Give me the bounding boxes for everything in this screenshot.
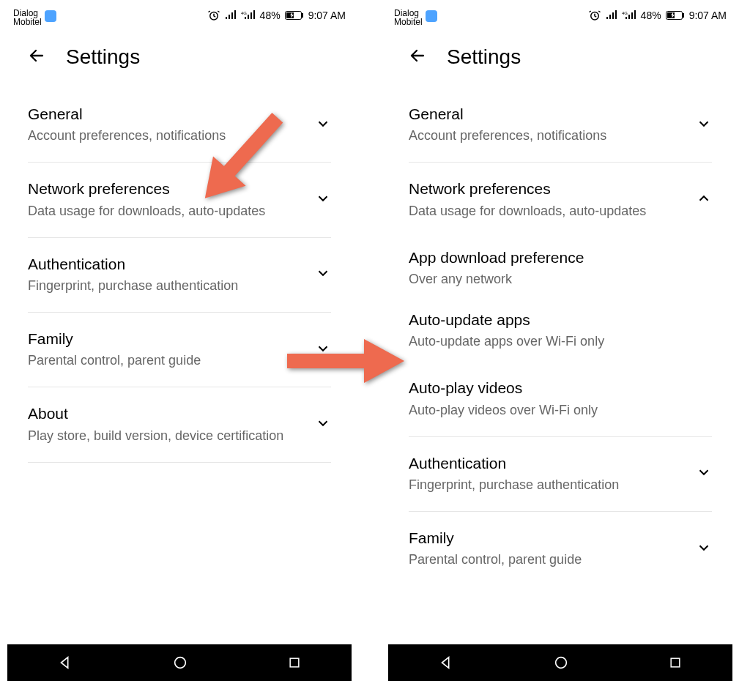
item-sub: Data usage for downloads, auto-updates [409, 201, 684, 221]
page-title: Settings [66, 45, 140, 69]
nav-recent-icon[interactable] [668, 655, 683, 670]
carrier-2: Mobitel [394, 18, 423, 26]
battery-pct: 48% [260, 10, 281, 21]
svg-line-14 [227, 118, 278, 174]
signal2-icon: 4G [622, 10, 636, 21]
chevron-down-icon [696, 540, 712, 559]
item-auto-update-apps[interactable]: Auto-update apps Auto-update apps over W… [409, 299, 712, 362]
item-family[interactable]: Family Parental control, parent guide [409, 512, 712, 586]
phone-right: Dialog Mobitel 4G 48% [388, 9, 732, 681]
statusbar: Dialog Mobitel 4G 48% [7, 9, 352, 32]
item-sub: Auto-update apps over Wi-Fi only [409, 332, 712, 351]
chevron-down-icon [315, 116, 331, 135]
nav-recent-icon[interactable] [287, 655, 302, 670]
svg-point-5 [175, 658, 186, 669]
statusbar: Dialog Mobitel 4G 48% [388, 9, 732, 32]
item-title: Family [409, 528, 684, 548]
item-title: About [28, 403, 303, 424]
item-title: Auto-update apps [409, 310, 712, 330]
svg-rect-3 [302, 13, 303, 18]
app-indicator-icon [426, 10, 437, 22]
item-title: Authentication [409, 453, 684, 474]
svg-point-12 [556, 658, 567, 669]
battery-pct: 48% [641, 10, 661, 21]
settings-list: General Account preferences, notificatio… [388, 88, 732, 644]
battery-icon [285, 10, 304, 21]
chevron-down-icon [315, 190, 331, 209]
annotation-arrow-2 [280, 328, 412, 394]
item-sub: Over any network [409, 269, 712, 289]
item-sub: Parental control, parent guide [28, 351, 303, 371]
chevron-down-icon [315, 415, 331, 434]
svg-rect-13 [671, 658, 680, 667]
signal-icon [225, 10, 237, 21]
chevron-down-icon [315, 265, 331, 284]
item-auto-play-videos[interactable]: Auto-play videos Auto-play videos over W… [409, 362, 712, 436]
item-title: Network preferences [409, 179, 684, 199]
clock: 9:07 AM [308, 10, 346, 21]
navbar [388, 644, 732, 681]
navbar [7, 644, 352, 681]
appbar: Settings [388, 32, 732, 88]
item-title: Family [28, 329, 303, 349]
item-title: Auto-play videos [409, 378, 712, 398]
annotation-arrow-1 [179, 95, 304, 220]
item-network-preferences[interactable]: Network preferences Data usage for downl… [409, 163, 712, 237]
item-sub: Parental control, parent guide [409, 550, 684, 570]
alarm-icon [207, 9, 220, 22]
item-title: App download preference [409, 247, 712, 268]
svg-rect-6 [290, 658, 299, 667]
signal-icon [606, 10, 617, 21]
item-sub: Fingerprint, purchase authentication [409, 475, 684, 495]
svg-marker-17 [364, 339, 404, 383]
item-sub: Auto-play videos over Wi-Fi only [409, 401, 712, 420]
chevron-down-icon [696, 464, 712, 483]
item-general[interactable]: General Account preferences, notificatio… [409, 88, 712, 163]
clock: 9:07 AM [689, 10, 727, 21]
item-app-download-preference[interactable]: App download preference Over any network [409, 237, 712, 299]
back-icon[interactable] [409, 47, 426, 67]
chevron-up-icon [696, 190, 712, 209]
nav-home-icon[interactable] [553, 655, 569, 671]
signal2-icon: 4G [241, 10, 256, 21]
svg-text:4G: 4G [622, 11, 628, 15]
back-icon[interactable] [28, 47, 45, 67]
svg-rect-10 [683, 13, 684, 18]
chevron-down-icon [696, 116, 712, 135]
appbar: Settings [7, 32, 352, 88]
battery-icon [666, 10, 685, 21]
carrier-2: Mobitel [13, 18, 42, 26]
item-authentication[interactable]: Authentication Fingerprint, purchase aut… [409, 437, 712, 512]
alarm-icon [588, 9, 601, 22]
nav-home-icon[interactable] [172, 655, 188, 671]
nav-back-icon[interactable] [57, 655, 73, 671]
item-title: Authentication [28, 254, 303, 275]
svg-text:4G: 4G [241, 11, 247, 15]
item-title: General [409, 104, 684, 124]
item-about[interactable]: About Play store, build version, device … [28, 387, 331, 462]
item-sub: Play store, build version, device certif… [28, 426, 303, 446]
item-sub: Fingerprint, purchase authentication [28, 276, 303, 296]
page-title: Settings [447, 45, 521, 69]
app-indicator-icon [45, 10, 56, 22]
item-authentication[interactable]: Authentication Fingerprint, purchase aut… [28, 238, 331, 313]
item-sub: Account preferences, notifications [409, 126, 684, 146]
nav-back-icon[interactable] [438, 655, 454, 671]
